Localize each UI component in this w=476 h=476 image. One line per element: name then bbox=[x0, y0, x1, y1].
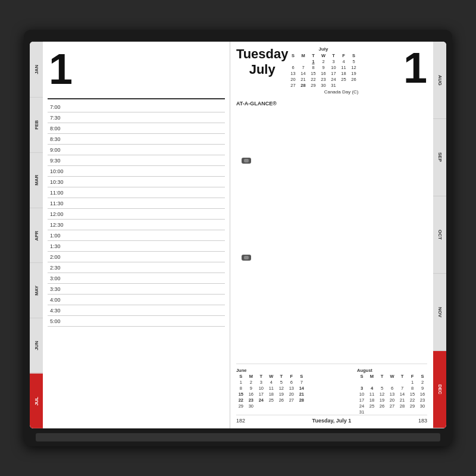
tab-dec[interactable]: DEC bbox=[433, 351, 446, 428]
time-row: 2:00 bbox=[48, 252, 225, 262]
july-cal-label: July bbox=[289, 46, 359, 52]
main-content: 1 7:00 7:30 8:00 8:30 9:00 9:30 10:00 10… bbox=[43, 42, 433, 428]
tab-feb[interactable]: FEB bbox=[30, 97, 43, 152]
time-row: 8:30 bbox=[48, 134, 225, 145]
time-row: 7:00 bbox=[48, 102, 225, 112]
time-row: 11:00 bbox=[48, 187, 225, 198]
aug-cal-grid: S M T W T F S 1 bbox=[357, 374, 427, 415]
time-row: 9:00 bbox=[48, 145, 225, 155]
tab-may[interactable]: MAY bbox=[30, 262, 43, 318]
tab-jun[interactable]: JUN bbox=[30, 318, 43, 373]
time-row: 12:30 bbox=[48, 220, 225, 230]
time-row: 8:00 bbox=[48, 123, 225, 134]
center-header: Tuesday July bbox=[236, 46, 289, 77]
right-month-tabs: AUG SEP OCT NOV DEC bbox=[433, 42, 446, 428]
left-month-tabs: JAN FEB MAR APR MAY JUN JUL bbox=[30, 42, 43, 428]
footer-left-num: 182 bbox=[236, 418, 245, 424]
time-row: 4:00 bbox=[48, 295, 225, 305]
schedule-area: 7:00 7:30 8:00 8:30 9:00 9:30 10:00 10:3… bbox=[48, 98, 225, 327]
ring-bottom bbox=[242, 255, 251, 261]
tab-jul[interactable]: JUL bbox=[30, 373, 43, 428]
august-mini-cal: August S M T W T F S bbox=[357, 368, 427, 415]
time-row: 7:30 bbox=[48, 112, 225, 123]
tab-apr[interactable]: APR bbox=[30, 208, 43, 263]
june-cal-label: June bbox=[236, 368, 306, 373]
july-cal-grid: S M T W T F S 1 2 3 bbox=[289, 53, 359, 88]
july-mini-cal-block: July S M T W T F S 1 bbox=[289, 46, 359, 95]
time-row: 2:30 bbox=[48, 262, 225, 273]
day-number-left: 1 bbox=[49, 48, 73, 90]
day-name: Tuesday bbox=[236, 46, 289, 62]
tab-nov[interactable]: NOV bbox=[433, 274, 446, 351]
time-row: 3:30 bbox=[48, 284, 225, 295]
footer-right-num: 183 bbox=[418, 418, 427, 424]
time-row: 12:00 bbox=[48, 209, 225, 220]
planner-outer: JAN FEB MAR APR MAY JUN JUL AUG SEP OCT … bbox=[24, 30, 452, 446]
tab-mar[interactable]: MAR bbox=[30, 152, 43, 208]
bottom-bar bbox=[36, 433, 440, 441]
month-name: July bbox=[236, 62, 289, 77]
july-mini-cal: July S M T W T F S 1 bbox=[289, 46, 359, 88]
left-page: 1 7:00 7:30 8:00 8:30 9:00 9:30 10:00 10… bbox=[43, 42, 230, 428]
time-row: 10:30 bbox=[48, 177, 225, 187]
planner-inner: JAN FEB MAR APR MAY JUN JUL AUG SEP OCT … bbox=[30, 42, 446, 428]
time-row: 1:30 bbox=[48, 241, 225, 252]
schedule-divider bbox=[48, 98, 225, 99]
tab-sep[interactable]: SEP bbox=[433, 119, 446, 196]
day-number-right: 1 bbox=[403, 46, 427, 89]
time-row: 3:00 bbox=[48, 273, 225, 284]
tab-oct[interactable]: OCT bbox=[433, 196, 446, 274]
time-row: 10:00 bbox=[48, 166, 225, 177]
footer-label: Tuesday, July 1 bbox=[312, 418, 352, 424]
june-cal-grid: S M T W T F S 1 2 3 4 5 6 bbox=[236, 374, 306, 409]
right-middle-space bbox=[236, 107, 427, 364]
day-name-block: Tuesday July bbox=[236, 46, 289, 79]
time-row: 4:30 bbox=[48, 305, 225, 316]
time-row: 1:00 bbox=[48, 230, 225, 241]
bottom-footer: 182 Tuesday, July 1 183 bbox=[236, 415, 427, 424]
june-mini-cal: June S M T W T F S 1 2 3 4 bbox=[236, 368, 306, 409]
time-row: 11:30 bbox=[48, 198, 225, 209]
aug-cal-label: August bbox=[357, 368, 427, 373]
tab-aug[interactable]: AUG bbox=[433, 42, 446, 119]
canada-day-text: Canada Day (C) bbox=[289, 89, 359, 95]
tab-jan[interactable]: JAN bbox=[30, 42, 43, 97]
time-row: 5:00 bbox=[48, 316, 225, 327]
right-page: Tuesday July July S M T W T bbox=[230, 42, 433, 428]
right-bottom: June S M T W T F S 1 2 3 4 bbox=[236, 364, 427, 415]
ring-top bbox=[242, 158, 251, 164]
brand-text: AT-A-GLANCE® bbox=[236, 101, 427, 107]
time-row: 9:30 bbox=[48, 155, 225, 166]
